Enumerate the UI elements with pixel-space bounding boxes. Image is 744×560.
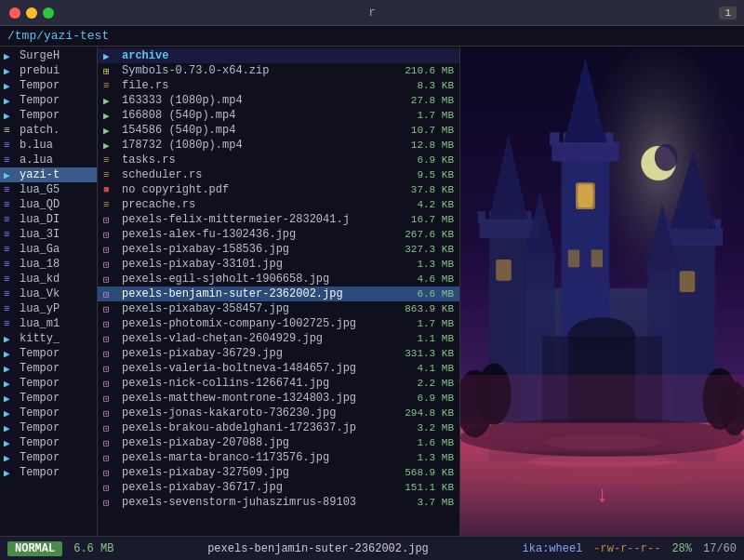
file-row[interactable]: ▶178732 (1080p).mp412.8 MB — [98, 138, 459, 153]
sidebar-item[interactable]: ≡lua_Vk — [0, 287, 97, 301]
sidebar-item[interactable]: ≡a.lua — [0, 153, 97, 167]
file-name: no copyright.pdf — [122, 183, 385, 196]
sidebar-label: Tempor — [20, 421, 60, 434]
file-row[interactable]: ■no copyright.pdf37.8 KB — [98, 182, 459, 197]
file-type-icon: ⊡ — [103, 407, 118, 420]
sidebar-item[interactable]: ≡lua_G5 — [0, 182, 97, 197]
file-row[interactable]: ⊡pexels-nick-collins-1266741.jpg2.2 MB — [98, 376, 459, 391]
file-type-icon: ▶ — [103, 110, 118, 122]
sidebar-item[interactable]: ▶prebui — [0, 63, 97, 78]
file-row[interactable]: ⊡pexels-vlad-chețan-2604929.jpg1.1 MB — [98, 331, 459, 346]
sidebar-item[interactable]: ▶Tempor — [0, 391, 97, 406]
sidebar-label: Tempor — [20, 109, 60, 122]
file-size: 2.2 MB — [389, 378, 454, 389]
sidebar-item[interactable]: ▶Tempor — [0, 465, 97, 480]
sidebar-item[interactable]: ▶Tempor — [0, 406, 97, 420]
file-row[interactable]: ⊡pexels-pixabay-36729.jpg331.3 KB — [98, 346, 459, 361]
file-row[interactable]: ⊡pexels-matthew-montrone-1324803.jpg6.9 … — [98, 391, 459, 406]
window-controls — [9, 7, 54, 19]
sidebar-item[interactable]: ≡lua_kd — [0, 272, 97, 287]
sidebar-item[interactable]: ▶kitty_ — [0, 331, 97, 346]
file-name: pexels-valeria-boltneva-1484657.jpg — [122, 362, 385, 375]
file-row[interactable]: ≡file.rs8.3 KB — [98, 78, 459, 93]
sidebar-item[interactable]: ▶Tempor — [0, 450, 97, 465]
sidebar-item[interactable]: ▶yazi-t — [0, 167, 97, 182]
svg-rect-37 — [680, 271, 696, 292]
file-row[interactable]: ≡tasks.rs6.9 KB — [98, 153, 459, 167]
sidebar-label: lua_kd — [20, 273, 60, 286]
sidebar-item[interactable]: ≡lua_Ga — [0, 242, 97, 257]
file-row[interactable]: ⊡pexels-pixabay-327509.jpg568.9 KB — [98, 465, 459, 480]
sidebar-item[interactable]: ≡lua_DI — [0, 212, 97, 227]
file-row[interactable]: ⊡pexels-pixabay-33101.jpg1.3 MB — [98, 257, 459, 272]
sidebar-item[interactable]: ≡patch. — [0, 123, 97, 138]
file-row[interactable]: ▶154586 (540p).mp410.7 MB — [98, 123, 459, 138]
sidebar-icon: ▶ — [4, 467, 17, 479]
sidebar-icon: ▶ — [4, 363, 17, 375]
file-row[interactable]: ⊞Symbols-0.73.0-x64.zip210.6 MB — [98, 63, 459, 78]
sidebar-item[interactable]: ≡lua_3I — [0, 227, 97, 242]
status-perms: -rw-r--r-- — [593, 542, 660, 555]
statusbar: NORMAL 6.6 MB pexels-benjamin-suter-2362… — [0, 536, 744, 560]
file-type-icon: ⊡ — [103, 273, 118, 286]
status-filename: pexels-benjamin-suter-2362002.jpg — [125, 542, 511, 555]
file-type-icon: ■ — [103, 184, 118, 195]
minimize-button[interactable] — [26, 7, 37, 19]
sidebar-icon: ≡ — [4, 214, 17, 225]
file-size: 1.7 MB — [389, 318, 454, 329]
file-name: pexels-pixabay-358457.jpg — [122, 302, 385, 315]
close-button[interactable] — [9, 7, 20, 19]
file-row[interactable]: ⊡pexels-alex-fu-1302436.jpg267.6 KB — [98, 227, 459, 242]
file-type-icon: ⊡ — [103, 482, 118, 494]
sidebar-label: Tempor — [20, 466, 60, 479]
file-row[interactable]: ⊡pexels-photomix-company-1002725.jpg1.7 … — [98, 316, 459, 331]
file-row[interactable]: ⊡pexels-marta-branco-1173576.jpg1.3 MB — [98, 450, 459, 465]
file-row[interactable]: ≡precache.rs4.2 KB — [98, 197, 459, 212]
status-pos: 17/60 — [703, 542, 737, 555]
sidebar-item[interactable]: ≡b.lua — [0, 138, 97, 153]
sidebar-item[interactable]: ≡lua_yP — [0, 301, 97, 316]
sidebar-item[interactable]: ≡lua_m1 — [0, 316, 97, 331]
file-row[interactable]: ≡scheduler.rs9.5 KB — [98, 167, 459, 182]
file-row[interactable]: ⊡pexels-valeria-boltneva-1484657.jpg4.1 … — [98, 361, 459, 376]
sidebar-label: lua_18 — [20, 258, 60, 271]
file-row[interactable]: ⊡pexels-pixabay-158536.jpg327.3 KB — [98, 242, 459, 257]
file-row[interactable]: ⊡pexels-sevenstorm-juhaszimrus-891033.7 … — [98, 495, 459, 510]
sidebar-icon: ▶ — [4, 348, 17, 360]
file-row[interactable]: ⊡pexels-felix-mittermeier-2832041.j16.7 … — [98, 212, 459, 227]
sidebar-label: Tempor — [20, 451, 60, 464]
sidebar-item[interactable]: ≡lua_QD — [0, 197, 97, 212]
sidebar-icon: ▶ — [4, 95, 17, 107]
file-name: pexels-marta-branco-1173576.jpg — [122, 451, 385, 464]
file-row[interactable]: ⊡pexels-egil-sjøholt-1906658.jpg4.6 MB — [98, 272, 459, 287]
sidebar-icon: ▶ — [4, 65, 17, 77]
file-type-icon: ⊡ — [103, 348, 118, 360]
file-name: 163333 (1080p).mp4 — [122, 94, 385, 107]
tab-number[interactable]: 1 — [719, 7, 737, 20]
maximize-button[interactable] — [43, 7, 54, 19]
file-name: tasks.rs — [122, 153, 385, 167]
file-row[interactable]: ▶163333 (1080p).mp427.8 MB — [98, 93, 459, 108]
file-size: 863.9 KB — [389, 303, 454, 314]
sidebar-item[interactable]: ▶Tempor — [0, 435, 97, 450]
sidebar-item[interactable]: ▶Tempor — [0, 78, 97, 93]
status-mode: NORMAL — [7, 541, 62, 556]
sidebar-item[interactable]: ▶Tempor — [0, 376, 97, 391]
file-type-icon: ⊡ — [103, 259, 118, 271]
sidebar-item[interactable]: ▶Tempor — [0, 93, 97, 108]
sidebar-item[interactable]: ▶Tempor — [0, 361, 97, 376]
sidebar-label: Tempor — [20, 362, 60, 375]
file-row[interactable]: ⊡pexels-pixabay-358457.jpg863.9 KB — [98, 301, 459, 316]
sidebar-item[interactable]: ▶Tempor — [0, 108, 97, 123]
file-row[interactable]: ▶166808 (540p).mp41.7 MB — [98, 108, 459, 123]
sidebar-item[interactable]: ▶SurgeH — [0, 48, 97, 63]
file-row[interactable]: ⊡pexels-pixabay-207088.jpg1.6 MB — [98, 435, 459, 450]
file-row[interactable]: ⊡pexels-brakou-abdelghani-1723637.jp3.2 … — [98, 420, 459, 435]
sidebar-item[interactable]: ▶Tempor — [0, 346, 97, 361]
sidebar-item[interactable]: ≡lua_18 — [0, 257, 97, 272]
file-row[interactable]: ⊡pexels-benjamin-suter-2362002.jpg6.6 MB — [98, 287, 459, 301]
file-row[interactable]: ⊡pexels-jonas-kakaroto-736230.jpg294.8 K… — [98, 406, 459, 420]
sidebar-item[interactable]: ▶Tempor — [0, 420, 97, 435]
file-row[interactable]: ⊡pexels-pixabay-36717.jpg151.1 KB — [98, 480, 459, 495]
sidebar-label: b.lua — [20, 139, 53, 152]
